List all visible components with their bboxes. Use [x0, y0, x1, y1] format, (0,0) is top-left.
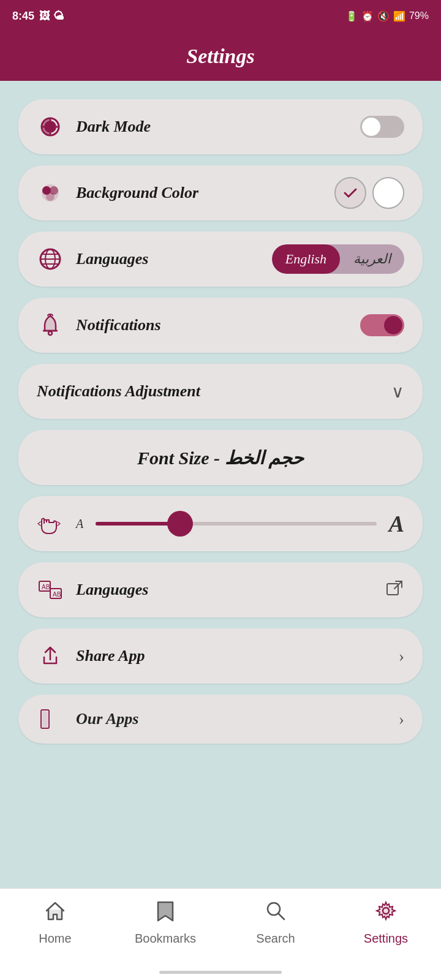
languages-link-left: AB AB Languages — [37, 576, 148, 603]
nav-home-label: Home — [39, 932, 71, 946]
wifi-icon: 📶 — [393, 10, 405, 22]
notifications-left: Notifications — [37, 312, 161, 339]
bg-color-icon — [37, 179, 64, 206]
search-icon — [265, 900, 287, 927]
font-size-label: Font Size - حجم الخط — [137, 447, 304, 469]
slider-thumb[interactable] — [167, 511, 193, 537]
notifications-adjustment-row[interactable]: Notifications Adjustment ∨ — [18, 364, 423, 419]
svg-rect-19 — [42, 711, 48, 727]
share-app-left: Share App — [37, 643, 145, 669]
svg-rect-17 — [387, 584, 398, 595]
languages-link-row[interactable]: AB AB Languages — [18, 562, 423, 617]
font-size-slider-track[interactable] — [96, 522, 376, 526]
share-icon — [37, 643, 64, 669]
lang-english[interactable]: English — [272, 244, 340, 274]
bg-color-left: Background Color — [37, 179, 198, 206]
dark-mode-knob — [362, 118, 380, 136]
languages-link-label: Languages — [76, 581, 148, 599]
status-time: 8:45 🖼 🌤 — [12, 10, 64, 23]
font-size-small-label: A — [76, 517, 83, 531]
nav-bookmarks[interactable]: Bookmarks — [135, 900, 196, 946]
dark-mode-icon — [37, 113, 64, 140]
settings-content: Dark Mode Background Color — [0, 81, 441, 842]
status-icons: 🖼 🌤 — [39, 10, 64, 23]
language-toggle[interactable]: English العربية — [272, 244, 404, 274]
external-link-icon — [386, 579, 404, 601]
bell-icon — [37, 312, 64, 339]
dark-mode-label: Dark Mode — [76, 118, 151, 136]
dark-mode-toggle[interactable] — [360, 116, 404, 138]
translate-icon: AB AB — [37, 576, 64, 603]
share-app-chevron: › — [399, 646, 404, 666]
languages-row[interactable]: Languages English العربية — [18, 232, 423, 287]
nav-settings[interactable]: Settings — [355, 900, 417, 946]
nav-search-label: Search — [256, 932, 295, 946]
lang-arabic[interactable]: العربية — [340, 244, 404, 274]
nav-settings-label: Settings — [364, 932, 408, 946]
notifications-toggle[interactable] — [360, 314, 404, 336]
svg-point-5 — [46, 192, 55, 201]
our-apps-label: Our Apps — [76, 710, 138, 728]
nav-search[interactable]: Search — [245, 900, 306, 946]
notifications-row[interactable]: Notifications — [18, 298, 423, 353]
share-app-row[interactable]: Share App › — [18, 628, 423, 684]
color-option-light[interactable] — [334, 177, 366, 209]
dark-mode-left: Dark Mode — [37, 113, 151, 140]
font-size-slider-row[interactable]: A A — [18, 496, 423, 551]
bookmarks-icon — [156, 900, 175, 927]
notifications-label: Notifications — [76, 316, 161, 334]
our-apps-icon — [37, 706, 64, 733]
globe-icon — [37, 246, 64, 273]
font-size-large-label: A — [389, 510, 404, 537]
status-bar: 8:45 🖼 🌤 🔋 ⏰ 🔇 📶 79% — [0, 0, 441, 32]
font-size-label-card: Font Size - حجم الخط — [18, 430, 423, 485]
nav-indicator — [159, 971, 282, 974]
color-option-white[interactable] — [372, 177, 404, 209]
color-options — [334, 177, 404, 209]
battery-icon: 🔋 — [345, 10, 358, 22]
settings-icon — [375, 900, 397, 927]
home-icon — [44, 900, 66, 927]
battery-pct: 79% — [409, 10, 429, 21]
our-apps-row[interactable]: Our Apps › — [18, 695, 423, 744]
hand-swipe-icon — [37, 510, 64, 537]
status-right: 🔋 ⏰ 🔇 📶 79% — [345, 10, 429, 22]
bottom-nav: Home Bookmarks Search Settings — [0, 888, 441, 980]
svg-line-21 — [278, 913, 284, 919]
our-apps-left: Our Apps — [37, 706, 138, 733]
svg-point-11 — [48, 331, 52, 335]
bg-color-label: Background Color — [76, 184, 198, 202]
share-app-label: Share App — [76, 647, 145, 665]
background-color-row[interactable]: Background Color — [18, 165, 423, 221]
our-apps-chevron: › — [399, 709, 404, 729]
notifications-adjustment-label: Notifications Adjustment — [37, 382, 200, 401]
svg-text:AB: AB — [42, 584, 50, 590]
dark-mode-row[interactable]: Dark Mode — [18, 99, 423, 154]
nav-home[interactable]: Home — [24, 900, 86, 946]
chevron-down-icon: ∨ — [391, 382, 404, 402]
time-display: 8:45 — [12, 10, 34, 23]
alarm-icon: ⏰ — [361, 10, 374, 22]
languages-left: Languages — [37, 246, 148, 273]
page-title: Settings — [186, 45, 254, 68]
mute-icon: 🔇 — [377, 10, 390, 22]
nav-bookmarks-label: Bookmarks — [135, 932, 196, 946]
slider-filled — [96, 522, 180, 526]
svg-text:AB: AB — [53, 591, 61, 598]
notifications-knob — [384, 316, 402, 334]
app-header: Settings — [0, 32, 441, 81]
languages-label: Languages — [76, 250, 148, 268]
